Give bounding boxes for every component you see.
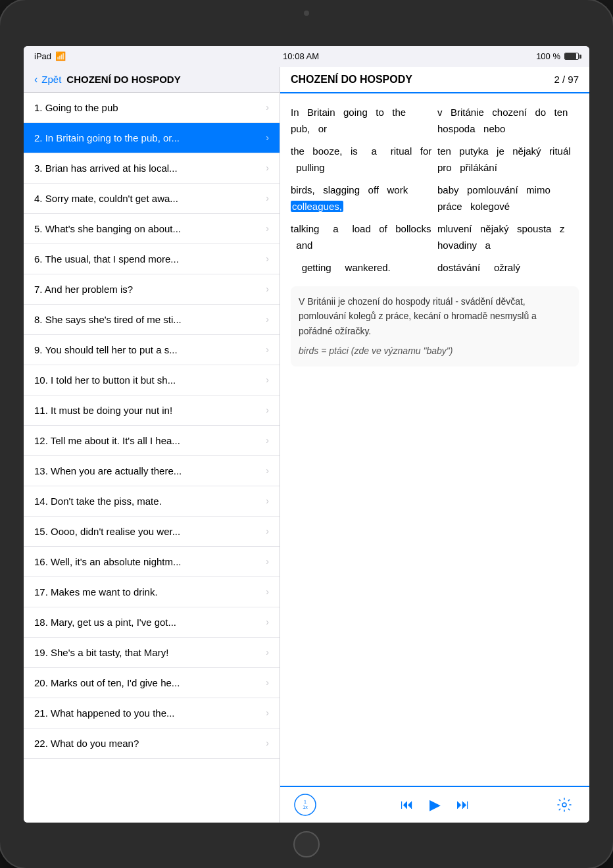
sidebar-item-label-10: 10. I told her to button it but sh... xyxy=(34,374,266,386)
sidebar-item-label-5: 5. What's she banging on about... xyxy=(34,223,266,234)
sidebar-item-label-20: 20. Marks out of ten, I'd give he... xyxy=(34,677,266,688)
sidebar-item-4[interactable]: 4. Sorry mate, couldn't get awa... › xyxy=(24,184,280,214)
chevron-icon-19: › xyxy=(266,647,269,657)
sidebar-item-label-3: 3. Brian has arrived at his local... xyxy=(34,163,266,174)
sidebar-item-label-11: 11. It must be doing your nut in! xyxy=(34,405,266,416)
en-line-3: birds, slagging off work colleagues, xyxy=(291,182,432,215)
chevron-icon-14: › xyxy=(266,496,269,506)
content-panel: CHOZENÍ DO HOSPODY 2 / 97 In Britain goi… xyxy=(280,67,589,823)
chevron-icon-16: › xyxy=(266,556,269,567)
sidebar-item-7[interactable]: 7. And her problem is? › xyxy=(24,274,280,305)
highlighted-word: colleagues, xyxy=(291,201,343,212)
camera xyxy=(304,11,309,16)
sidebar-item-14[interactable]: 14. Don't take the piss, mate. › xyxy=(24,486,280,517)
sidebar-item-8[interactable]: 8. She says she's tired of me sti... › xyxy=(24,305,280,335)
settings-button[interactable] xyxy=(552,793,576,817)
sidebar-item-2[interactable]: 2. In Britain going to the pub, or... › xyxy=(24,123,280,153)
translation-block: In Britain going to the pub, or v Britán… xyxy=(291,104,579,276)
ipad-screen: iPad 📶 10:08 AM 100 % ‹ Zpět CHOZENÍ DO … xyxy=(24,46,589,823)
fast-forward-button[interactable]: ⏭ xyxy=(456,797,470,812)
gear-icon xyxy=(556,797,572,813)
content-body: In Britain going to the pub, or v Britán… xyxy=(280,93,589,786)
status-right: 100 % xyxy=(536,51,579,61)
sidebar-item-9[interactable]: 9. You should tell her to put a s... › xyxy=(24,335,280,365)
sidebar-item-12[interactable]: 12. Tell me about it. It's all I hea... … xyxy=(24,426,280,456)
sidebar-item-label-14: 14. Don't take the piss, mate. xyxy=(34,496,266,507)
player-controls: ⏮ ▶ ⏭ xyxy=(401,796,470,813)
sidebar-item-6[interactable]: 6. The usual, that I spend more... › xyxy=(24,244,280,274)
chevron-icon-6: › xyxy=(266,253,269,264)
sidebar-item-label-21: 21. What happened to you the... xyxy=(34,707,266,719)
chevron-icon-17: › xyxy=(266,586,269,597)
sidebar-item-label-12: 12. Tell me about it. It's all I hea... xyxy=(34,435,266,446)
sidebar-item-5[interactable]: 5. What's she banging on about... › xyxy=(24,214,280,244)
sidebar-item-label-15: 15. Oooo, didn't realise you wer... xyxy=(34,526,266,537)
chevron-icon-4: › xyxy=(266,193,269,203)
cs-line-3: baby pomlouvání mimo práce kolegové xyxy=(437,182,579,215)
sidebar-item-label-8: 8. She says she's tired of me sti... xyxy=(34,314,266,325)
sidebar-item-label-17: 17. Makes me want to drink. xyxy=(34,586,266,598)
ipad-label: iPad xyxy=(34,51,51,61)
status-left: iPad 📶 xyxy=(34,51,66,61)
chevron-icon-2: › xyxy=(266,132,269,143)
sidebar-item-label-13: 13. When you are actually there... xyxy=(34,465,266,476)
content-page: 2 / 97 xyxy=(554,74,579,85)
player-bar: 1 1x ⏮ ▶ ⏭ xyxy=(280,786,589,823)
sidebar-item-21[interactable]: 21. What happened to you the... › xyxy=(24,698,280,728)
play-button[interactable]: ▶ xyxy=(429,796,441,813)
sidebar: ‹ Zpět CHOZENÍ DO HOSPODY 1. Going to th… xyxy=(24,67,280,823)
sidebar-item-17[interactable]: 17. Makes me want to drink. › xyxy=(24,577,280,607)
sidebar-item-18[interactable]: 18. Mary, get us a pint, I've got... › xyxy=(24,607,280,638)
sidebar-item-20[interactable]: 20. Marks out of ten, I'd give he... › xyxy=(24,668,280,698)
speed-button[interactable]: 1 1x xyxy=(293,793,317,817)
chevron-icon-5: › xyxy=(266,223,269,234)
main-content: ‹ Zpět CHOZENÍ DO HOSPODY 1. Going to th… xyxy=(24,67,589,823)
sidebar-item-label-22: 22. What do you mean? xyxy=(34,738,266,749)
note-text: birds = ptáci (zde ve významu "baby") xyxy=(299,344,571,358)
home-button[interactable] xyxy=(293,831,320,857)
battery-percent: 100 % xyxy=(536,51,560,61)
chevron-icon-1: › xyxy=(266,102,269,113)
cs-line-4: mluvení nějaký spousta z hovadiny a xyxy=(437,220,579,254)
sidebar-item-11[interactable]: 11. It must be doing your nut in! › xyxy=(24,396,280,426)
wifi-icon: 📶 xyxy=(55,51,66,61)
sidebar-item-19[interactable]: 19. She's a bit tasty, that Mary! › xyxy=(24,638,280,668)
back-label[interactable]: Zpět xyxy=(41,74,61,85)
chevron-icon-7: › xyxy=(266,284,269,294)
cs-line-2: ten putyka je nějaký rituál pro přilákán… xyxy=(437,143,579,176)
translation-pair-5: getting wankered. dostávání ožralý xyxy=(291,259,579,276)
sidebar-item-22[interactable]: 22. What do you mean? › xyxy=(24,728,280,759)
translation-pair-3: birds, slagging off work colleagues, bab… xyxy=(291,182,579,215)
summary-box: V Británii je chození do hospody rituál … xyxy=(291,286,579,367)
sidebar-item-label-1: 1. Going to the pub xyxy=(34,102,266,113)
sidebar-item-10[interactable]: 10. I told her to button it but sh... › xyxy=(24,365,280,396)
summary-text: V Británii je chození do hospody rituál … xyxy=(299,294,571,338)
back-arrow-icon: ‹ xyxy=(34,74,37,86)
speed-icon: 1 1x xyxy=(293,793,317,817)
sidebar-item-16[interactable]: 16. Well, it's an absolute nightm... › xyxy=(24,547,280,577)
sidebar-header: ‹ Zpět CHOZENÍ DO HOSPODY xyxy=(24,67,280,93)
sidebar-item-label-4: 4. Sorry mate, couldn't get awa... xyxy=(34,193,266,204)
sidebar-item-label-18: 18. Mary, get us a pint, I've got... xyxy=(34,617,266,628)
sidebar-item-15[interactable]: 15. Oooo, didn't realise you wer... › xyxy=(24,517,280,547)
bilingual-row-3: birds, slagging off work colleagues, bab… xyxy=(291,182,579,215)
cs-line-1: v Británie chození do ten hospoda nebo xyxy=(437,104,579,138)
chevron-icon-18: › xyxy=(266,617,269,627)
sidebar-list[interactable]: 1. Going to the pub › 2. In Britain goin… xyxy=(24,93,280,823)
chevron-icon-9: › xyxy=(266,344,269,355)
bilingual-row-2: the booze, is a ritual for pulling ten p… xyxy=(291,143,579,176)
content-header: CHOZENÍ DO HOSPODY 2 / 97 xyxy=(280,67,589,93)
svg-text:1x: 1x xyxy=(303,805,308,809)
sidebar-item-1[interactable]: 1. Going to the pub › xyxy=(24,93,280,123)
sidebar-item-3[interactable]: 3. Brian has arrived at his local... › xyxy=(24,153,280,184)
sidebar-item-13[interactable]: 13. When you are actually there... › xyxy=(24,456,280,486)
content-title: CHOZENÍ DO HOSPODY xyxy=(291,74,412,86)
rewind-button[interactable]: ⏮ xyxy=(401,797,414,812)
bilingual-row-1: In Britain going to the pub, or v Britán… xyxy=(291,104,579,138)
battery-fill xyxy=(565,53,576,59)
svg-text:1: 1 xyxy=(304,800,306,804)
en-line-4: talking a load of bollocks and xyxy=(291,220,432,254)
translation-pair-2: the booze, is a ritual for pulling ten p… xyxy=(291,143,579,176)
translation-pair-1: In Britain going to the pub, or v Britán… xyxy=(291,104,579,138)
status-time: 10:08 AM xyxy=(283,51,319,61)
